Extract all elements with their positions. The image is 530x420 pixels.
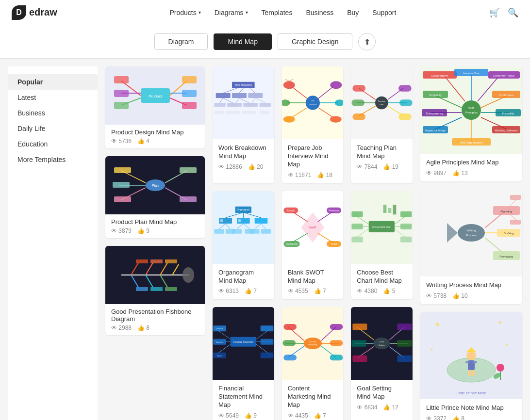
thumb-svg: ★ ★ ★ ★ Little Prince Note [420,312,522,399]
card-choose-chart[interactable]: Choose Best Chart [351,191,413,300]
likes: 👍 5 [383,288,395,294]
graphic-design-button[interactable]: Graphic Design [278,33,353,50]
card-thumb: Writing Process Planning Drafting R [420,189,522,276]
toolbar: Diagram Mind Map Graphic Design ⬆ [0,25,530,59]
svg-rect-53 [247,103,258,107]
card-meta: 👁 6313 👍 7 [218,288,268,294]
sidebar-item-daily-life[interactable]: Daily Life [8,121,98,136]
svg-rect-190 [352,340,366,347]
thumb-svg: Job Interview [282,66,344,139]
svg-rect-165 [261,353,274,358]
nav-support[interactable]: Support [372,9,396,16]
card-fishbone[interactable]: Good Presentation Fishbone Diagram 👁 298… [105,246,205,335]
nav-icons: 🛒 🔍 [489,7,518,18]
views: 👁 12886 [218,163,242,170]
card-meta: 👁 5649 👍 9 [218,412,268,419]
card-thumb [105,246,205,304]
svg-point-27 [182,267,194,283]
card-product-plan[interactable]: Plan Product Plan Mind Map [105,156,205,238]
search-icon[interactable]: 🔍 [508,7,518,18]
svg-point-75 [283,116,295,122]
sidebar-item-latest[interactable]: Latest [8,90,98,105]
card-info: Teaching Plan Mind Map 👁 7844 👍 19 [351,139,413,175]
card-product-design[interactable]: Product [105,66,205,148]
views: 👁 2988 [111,324,132,331]
nav-templates[interactable]: Templates [262,9,293,16]
card-swot[interactable]: SWOT Strength Weakness Opportunity [282,191,344,300]
svg-point-77 [330,81,342,89]
svg-text:Product: Product [149,94,162,98]
sidebar-item-business[interactable]: Business [8,105,98,121]
thumb-svg: Product [112,66,199,125]
diagram-button[interactable]: Diagram [154,33,208,50]
svg-line-118 [261,224,266,229]
svg-text:Choose Best Chart: Choose Best Chart [372,226,392,228]
svg-line-48 [250,88,255,93]
upload-button[interactable]: ⬆ [358,33,376,50]
card-organogram[interactable]: Organogram [213,191,274,300]
card-work-breakdown[interactable]: Work Breakdown [213,66,274,183]
card-info: Content Marketing Mind Map 👁 4435 👍 7 [282,380,344,420]
svg-rect-11 [182,90,197,97]
card-job-interview[interactable]: Job Interview [282,66,344,183]
views: 👁 3879 [111,227,132,234]
card-info: Little Prince Note Mind Map 👁 3372 👍 8 [420,399,522,420]
svg-text:Work Breakdown: Work Breakdown [235,84,252,86]
card-title: Agile Principles Mind Map [426,159,516,167]
svg-rect-151 [393,205,397,214]
card-info: Product Design Mind Map 👁 5736 👍 4 [105,125,205,148]
mind-map-button[interactable]: Mind Map [214,33,271,50]
card-goal-setting[interactable]: Goal Setting [351,307,413,420]
views: 👁 5738 [426,292,447,299]
svg-rect-45 [248,93,263,98]
svg-text:Transparency: Transparency [426,112,443,115]
sidebar-item-education[interactable]: Education [8,136,98,152]
nav-products[interactable]: Products ▾ [169,9,200,16]
thumb-svg: Work Breakdown [213,66,274,139]
svg-rect-3 [114,76,129,83]
svg-line-80 [318,108,333,117]
nav-buy[interactable]: Buy [347,9,359,16]
card-agile[interactable]: Agile Principles Collaboration Iterative… [420,66,522,181]
svg-rect-44 [232,93,247,98]
nav-business[interactable]: Business [306,9,333,16]
svg-point-236 [462,100,481,120]
card-writing-process[interactable]: Writing Process Planning Drafting R [420,189,522,304]
right-column: Agile Principles Collaboration Iterative… [420,66,522,420]
views: 👁 5736 [111,138,132,145]
svg-rect-38 [136,287,148,291]
svg-text:Principles: Principles [465,111,478,114]
sidebar-item-popular[interactable]: Popular [8,74,98,90]
svg-rect-198 [398,355,412,362]
logo[interactable]: D edraw [12,5,57,20]
svg-rect-111 [250,229,260,233]
card-title: Product Plan Mind Map [111,218,199,226]
svg-rect-35 [136,259,148,263]
sidebar-item-more-templates[interactable]: More Templates [8,152,98,167]
cart-icon[interactable]: 🛒 [489,7,500,18]
likes: 👍 4 [137,138,149,145]
card-teaching-plan[interactable]: Teaching Plan [351,66,413,183]
card-content-marketing[interactable]: Content Marketing [282,307,344,420]
card-financial[interactable]: Financial Statement [213,307,274,420]
nav-links: Products ▾ Diagrams ▾ Templates Business… [77,9,489,16]
svg-line-117 [255,224,261,229]
svg-line-114 [226,224,231,229]
svg-text:Strength: Strength [286,209,295,211]
svg-rect-39 [150,287,163,291]
likes: 👍 7 [245,288,257,294]
svg-text:Collaboration: Collaboration [431,74,448,77]
svg-rect-148 [400,236,412,242]
card-meta: 👁 4380 👍 5 [357,288,407,294]
svg-point-119 [220,219,223,222]
svg-rect-92 [353,113,366,120]
nav-diagrams[interactable]: Diagrams ▾ [215,9,248,16]
card-little-prince[interactable]: ★ ★ ★ ★ Little Prince Note Little Prince… [420,312,522,420]
card-thumb: Agile Principles Collaboration Iterative… [420,66,522,154]
svg-text:Customer Focus: Customer Focus [493,74,514,77]
svg-point-269 [458,224,485,242]
card-info: Writting Process Mind Map 👁 5738 👍 10 [420,276,522,304]
svg-line-33 [146,275,153,287]
svg-rect-173 [283,324,297,330]
svg-text:Plan: Plan [380,103,384,106]
